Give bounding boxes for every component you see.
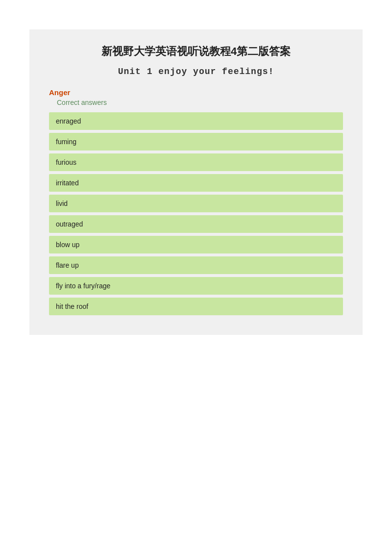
list-item: fuming [49, 133, 343, 151]
list-item: irritated [49, 174, 343, 192]
answers-list: enragedfumingfuriousirritatedlividoutrag… [49, 112, 343, 315]
list-item: furious [49, 153, 343, 171]
main-title: 新视野大学英语视听说教程4第二版答案 [49, 44, 343, 59]
list-item: flare up [49, 256, 343, 274]
list-item: blow up [49, 236, 343, 253]
list-item: livid [49, 195, 343, 212]
list-item: outraged [49, 215, 343, 233]
section-label: Anger [49, 88, 343, 97]
page-container: 新视野大学英语视听说教程4第二版答案 Unit 1 enjoy your fee… [29, 29, 363, 335]
list-item: enraged [49, 112, 343, 130]
list-item: hit the roof [49, 298, 343, 315]
subtitle: Unit 1 enjoy your feelings! [49, 67, 343, 76]
correct-answers-label: Correct answers [57, 99, 343, 106]
list-item: fly into a fury/rage [49, 277, 343, 295]
